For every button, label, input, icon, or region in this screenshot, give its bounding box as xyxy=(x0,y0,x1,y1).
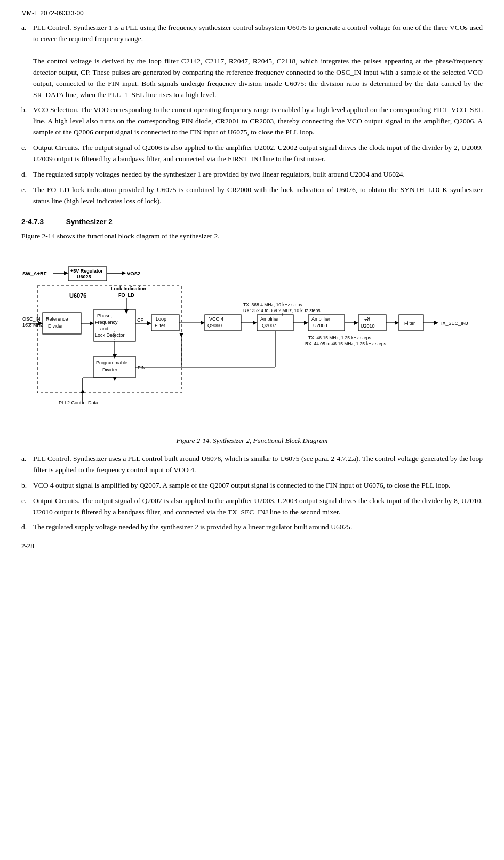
list-label-c: c. xyxy=(21,142,33,165)
list-text-b: VCO Selection. The VCO corresponding to … xyxy=(33,105,483,138)
svg-marker-59 xyxy=(395,321,399,325)
list-item-c: c. Output Circuits. The output signal of… xyxy=(21,142,483,165)
svg-text:Amplifier: Amplifier xyxy=(260,316,279,322)
body-text-b2: VCO 4 output signal is amplified by Q200… xyxy=(33,480,483,491)
body-item-a2: a. PLL Control. Synthesizer uses a PLL c… xyxy=(21,453,483,476)
svg-rect-8 xyxy=(37,286,181,393)
doc-number: MM-E 2072-09333-00 xyxy=(21,10,84,17)
svg-text:U2003: U2003 xyxy=(313,323,327,328)
list-text-c: Output Circuits. The output signal of Q2… xyxy=(33,142,483,165)
list-item-d: d. The regulated supply voltages needed … xyxy=(21,169,483,180)
svg-text:Filter: Filter xyxy=(155,323,165,328)
svg-marker-75 xyxy=(179,333,183,337)
svg-text:Programmable: Programmable xyxy=(96,360,127,365)
svg-text:Reference: Reference xyxy=(46,316,68,322)
list-item-e: e. The FO_LD lock indication provided by… xyxy=(21,185,483,207)
svg-marker-44 xyxy=(253,321,257,325)
svg-text:PLL2 Control Data: PLL2 Control Data xyxy=(59,400,98,405)
svg-text:TX: 368.4 MHz, 10 kHz steps: TX: 368.4 MHz, 10 kHz steps xyxy=(243,302,302,307)
page-footer: 2-28 xyxy=(21,543,483,550)
svg-text:Q9060: Q9060 xyxy=(207,323,222,328)
list-text-d: The regulated supply voltages needed by … xyxy=(33,169,483,180)
svg-marker-63 xyxy=(434,321,438,325)
svg-text:FIN: FIN xyxy=(138,365,146,370)
svg-text:U6076: U6076 xyxy=(69,292,86,299)
diagram-container: SW_A+RF +5V Regulator U6025 VOS2 U6076 L… xyxy=(21,250,480,431)
svg-marker-49 xyxy=(304,321,308,325)
body-item-c2: c. Output Circuits. The output signal of… xyxy=(21,496,483,518)
svg-text:OSC_IN: OSC_IN xyxy=(22,316,41,322)
svg-text:U2010: U2010 xyxy=(361,323,375,329)
list-text-a: PLL Control. Synthesizer 1 is a PLL usin… xyxy=(33,22,483,100)
svg-marker-36 xyxy=(201,321,205,325)
list-a-para1: PLL Control. Synthesizer 1 is a PLL usin… xyxy=(33,22,483,45)
svg-text:VCO 4: VCO 4 xyxy=(209,316,223,322)
body-item-d2: d. The regulated supply voltage needed b… xyxy=(21,522,483,533)
body-item-b2: b. VCO 4 output signal is amplified by Q… xyxy=(21,480,483,491)
svg-marker-31 xyxy=(147,321,151,325)
svg-text:Frequency: Frequency xyxy=(95,320,118,325)
svg-text:CP: CP xyxy=(137,317,144,323)
body-text-d2: The regulated supply voltage needed by t… xyxy=(33,522,483,533)
subsection-2473-title: 2-4.7.3 Synthesizer 2 xyxy=(21,217,483,228)
subsection-number: 2-4.7.3 xyxy=(21,217,64,228)
svg-text:RX: 44.05 to 46.15 MHz, 1.25 k: RX: 44.05 to 46.15 MHz, 1.25 kHz steps xyxy=(305,341,386,346)
svg-marker-23 xyxy=(90,321,94,325)
list-text-e: The FO_LD lock indication provided by U6… xyxy=(33,185,483,207)
svg-text:TX: 46.15 MHz, 1.25 kHz steps: TX: 46.15 MHz, 1.25 kHz steps xyxy=(308,335,371,340)
svg-text:Amplifier: Amplifier xyxy=(311,316,330,322)
svg-text:÷8: ÷8 xyxy=(364,316,370,322)
svg-marker-13 xyxy=(124,309,129,314)
svg-text:Loop: Loop xyxy=(156,316,166,322)
list-label-a: a. xyxy=(21,22,33,100)
list-label-d: d. xyxy=(21,169,33,180)
svg-text:Lock Detector: Lock Detector xyxy=(95,332,125,338)
svg-text:Filter: Filter xyxy=(404,321,415,326)
svg-marker-80 xyxy=(81,389,85,393)
svg-text:U6025: U6025 xyxy=(77,274,91,280)
doc-header: MM-E 2072-09333-00 xyxy=(21,10,483,17)
svg-text:FO_LD: FO_LD xyxy=(118,292,134,298)
svg-text:+5V Regulator: +5V Regulator xyxy=(70,268,103,274)
figure-intro: Figure 2-14 shows the functional block d… xyxy=(21,231,483,242)
body-text-c2: Output Circuits. The output signal of Q2… xyxy=(33,496,483,518)
body-label-b2: b. xyxy=(21,480,33,491)
svg-text:Lock Indication: Lock Indication xyxy=(111,286,146,291)
subsection-label: Synthesizer 2 xyxy=(66,218,113,226)
sw-a-rf-label: SW_A+RF xyxy=(22,270,47,276)
body-label-a2: a. xyxy=(21,453,33,476)
svg-marker-54 xyxy=(354,321,358,325)
svg-text:Phase,: Phase, xyxy=(97,313,112,318)
list-label-e: e. xyxy=(21,185,33,207)
svg-text:TX_SEC_INJ: TX_SEC_INJ xyxy=(439,321,468,326)
svg-text:and: and xyxy=(100,326,108,331)
svg-text:Divider: Divider xyxy=(48,323,63,329)
list-item-a: a. PLL Control. Synthesizer 1 is a PLL u… xyxy=(21,22,483,100)
svg-text:RX: 352.4 to 369.2 MHz, 10 kHz: RX: 352.4 to 369.2 MHz, 10 kHz steps xyxy=(243,308,321,313)
list-label-b: b. xyxy=(21,105,33,138)
body-text-a2: PLL Control. Synthesizer uses a PLL cont… xyxy=(33,453,483,476)
list-item-b: b. VCO Selection. The VCO corresponding … xyxy=(21,105,483,138)
page-number: 2-28 xyxy=(21,543,34,550)
svg-text:Q2007: Q2007 xyxy=(262,323,276,328)
body-label-d2: d. xyxy=(21,522,33,533)
svg-marker-85 xyxy=(113,377,117,381)
svg-marker-1 xyxy=(64,271,68,275)
diagram-svg: SW_A+RF +5V Regulator U6025 VOS2 U6076 L… xyxy=(21,250,480,431)
list-a-para2: The control voltage is derived by the lo… xyxy=(33,56,483,101)
svg-marker-6 xyxy=(122,271,126,275)
body-label-c2: c. xyxy=(21,496,33,518)
figure-caption: Figure 2-14. Synthesizer 2, Functional B… xyxy=(21,435,483,446)
svg-text:Divider: Divider xyxy=(102,367,117,372)
svg-text:VOS2: VOS2 xyxy=(127,270,140,276)
